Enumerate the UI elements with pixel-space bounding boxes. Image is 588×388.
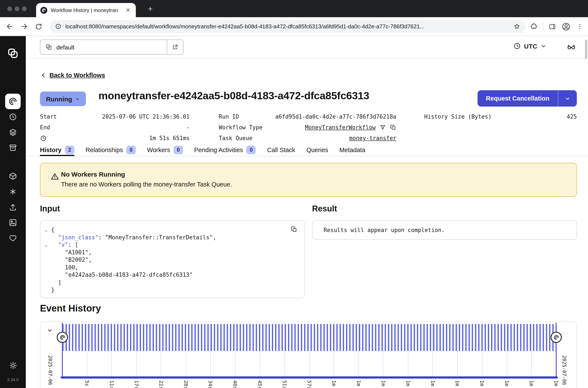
browser-menu-dots-icon[interactable] <box>576 23 584 30</box>
chevron-down-icon <box>540 43 547 49</box>
tab-relationships[interactable]: Relationships0 <box>86 144 136 156</box>
input-json-code: ⌄{"json_class": "MoneyTransfer::Transfer… <box>45 226 287 294</box>
timeline-tick-label: 28s <box>183 380 189 388</box>
tab-metadata[interactable]: Metadata <box>339 144 365 156</box>
sidebar-item-workflows[interactable] <box>5 94 21 109</box>
request-cancellation-split-button: Request Cancellation <box>477 90 577 107</box>
tab-call-stack[interactable]: Call Stack <box>267 144 295 156</box>
browser-panel-icon[interactable] <box>548 23 556 30</box>
detail-history-size: History Size (Bytes) 425 <box>424 111 577 122</box>
collapse-toggle-icon[interactable]: ⌄ <box>45 242 51 247</box>
main-content: Back to Workflows Running moneytransfer-… <box>26 59 588 388</box>
result-heading: Result <box>312 204 337 214</box>
sidebar-item-nexus[interactable] <box>5 184 21 199</box>
timeline-start-event-icon[interactable] <box>57 332 68 343</box>
profile-avatar-icon[interactable] <box>561 22 571 31</box>
tab-count-badge: 0 <box>126 146 136 154</box>
timeline-end-time-label: 2025-07-06 UTC <box>561 355 567 388</box>
back-to-workflows-link[interactable]: Back to Workflows <box>40 72 105 79</box>
details-column-1: Start 2025-07-06 UTC 21:36:36.01 End - 1… <box>40 111 190 144</box>
cancellation-menu-button[interactable] <box>558 90 577 107</box>
details-column-2: Run ID a6fd95d1-da0c-4d2e-a77c-786f3d762… <box>219 111 396 144</box>
filter-funnel-icon[interactable] <box>380 124 386 131</box>
forward-icon[interactable] <box>18 20 30 32</box>
tab-label: Queries <box>306 146 328 153</box>
tab-pending-activities[interactable]: Pending Activities0 <box>194 144 256 156</box>
timeline-tick-label: 51s <box>282 380 288 388</box>
workflow-type-label: Workflow Type <box>219 124 263 131</box>
browser-tab[interactable]: Workflow History | moneytran ✕ <box>36 3 136 17</box>
result-placeholder: Results will appear upon completion. <box>324 227 445 233</box>
theme-toggle-sun-icon[interactable] <box>9 361 17 369</box>
history-size-label: History Size (Bytes) <box>424 113 491 120</box>
detail-workflow-type: Workflow Type MoneyTransferWorkflow <box>219 122 396 133</box>
code-line: "A1001", <box>45 249 287 256</box>
start-value: 2025-07-06 UTC 21:36:36.01 <box>102 113 190 120</box>
detail-end: End - <box>40 122 190 133</box>
no-workers-warning-banner: No Workers Running There are no Workers … <box>40 163 577 197</box>
site-info-icon[interactable] <box>55 23 61 30</box>
timeline-tick-label: 1m <box>504 380 510 386</box>
timeline-activity-stripes[interactable] <box>62 324 556 351</box>
timezone-select[interactable]: UTC <box>513 42 547 50</box>
new-tab-button[interactable]: + <box>145 3 156 14</box>
address-bar[interactable]: localhost:8080/namespaces/default/workfl… <box>50 20 526 33</box>
namespace-bar: default UTC <box>26 36 588 59</box>
clock-icon <box>513 42 521 50</box>
ui-version: 2.34.0 <box>7 377 19 382</box>
tab-close-icon[interactable]: ✕ <box>125 7 131 14</box>
warning-message: There are no Workers polling the money-t… <box>61 181 232 188</box>
timeline-tick-label: 22s <box>158 380 164 388</box>
sidebar-item-feedback[interactable] <box>5 230 21 246</box>
toolbar-divider <box>543 22 543 31</box>
sidebar-item-deployments[interactable] <box>5 169 21 184</box>
timeline-end-event-icon[interactable] <box>551 332 562 343</box>
sidebar-item-archive[interactable] <box>5 140 21 156</box>
reload-icon[interactable] <box>33 20 45 32</box>
timeline-tick-label: 1m <box>553 380 559 386</box>
workflow-title: moneytransfer-e4242aa5-b08d-4183-a472-df… <box>98 90 369 102</box>
bookmark-star-icon[interactable] <box>513 23 520 30</box>
extensions-puzzle-icon[interactable] <box>530 23 538 30</box>
timeline-tick-label: 1m <box>430 380 436 386</box>
chevron-down-icon <box>75 97 80 101</box>
namespace-icon <box>46 44 52 50</box>
namespace-open-button[interactable] <box>167 40 183 54</box>
temporal-logo-icon[interactable] <box>7 48 19 59</box>
namespace-select[interactable]: default <box>40 40 167 54</box>
collapse-toggle-icon[interactable]: ⌄ <box>45 227 51 232</box>
workflow-type-link[interactable]: MoneyTransferWorkflow <box>305 124 376 131</box>
timeline-tick-label: 57s <box>306 380 312 388</box>
tab-queries[interactable]: Queries <box>306 144 328 156</box>
sidebar-item-schedules[interactable] <box>5 109 21 125</box>
sidebar-item-layers[interactable] <box>5 125 21 140</box>
tab-title: Workflow History | moneytran <box>51 7 121 13</box>
status-label: Running <box>46 95 72 102</box>
tab-count-badge: 0 <box>246 146 256 154</box>
timeline-tick-label: 17s <box>133 380 140 388</box>
timezone-label: UTC <box>524 42 537 50</box>
run-id-label: Run ID <box>219 113 239 120</box>
back-icon[interactable] <box>3 20 16 32</box>
duration-clock-icon <box>40 135 47 142</box>
timeline-tick-label: 1m <box>380 380 386 386</box>
labs-glasses-icon[interactable] <box>566 42 576 51</box>
event-history-heading: Event History <box>40 303 101 314</box>
task-queue-link[interactable]: money-transfer <box>349 135 396 141</box>
window-close-button[interactable] <box>7 6 12 11</box>
sidebar-item-import[interactable] <box>5 199 21 215</box>
sidebar-item-replay[interactable] <box>5 215 21 230</box>
screen: Workflow History | moneytran ✕ + localho… <box>0 0 588 388</box>
tab-label: Relationships <box>86 146 123 153</box>
tab-history[interactable]: History2 <box>40 144 74 156</box>
tab-workers[interactable]: Workers0 <box>147 144 183 156</box>
copy-input-icon[interactable] <box>291 226 297 233</box>
copy-icon[interactable] <box>390 124 396 131</box>
window-zoom-button[interactable] <box>22 6 27 11</box>
warning-title: No Workers Running <box>61 170 125 178</box>
window-minimize-button[interactable] <box>15 6 19 11</box>
timeline-tick-label: 40s <box>232 380 238 388</box>
request-cancellation-button[interactable]: Request Cancellation <box>477 90 558 107</box>
workflow-status-badge[interactable]: Running <box>40 92 86 106</box>
duration-value: 1m 51s 651ms <box>149 135 190 141</box>
